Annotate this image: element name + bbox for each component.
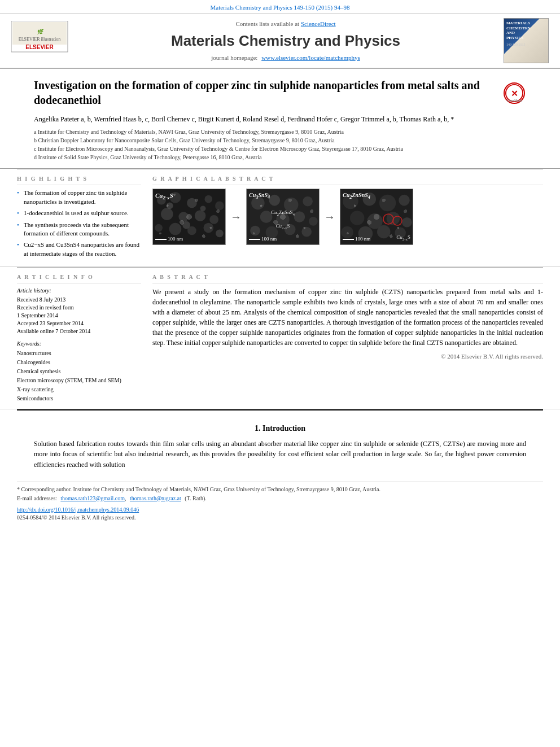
em-sublabel-3: Cu2-xS [396,234,410,243]
highlight-item-3: The synthesis proceeds via the subsequen… [17,221,141,238]
journal-name: Materials Chemistry and Physics [79,30,492,51]
article-info-abstract-section: A R T I C L E I N F O Article history: R… [0,268,560,409]
keywords-section: Keywords: Nanostructures Chalcogenides C… [17,340,141,403]
article-info-label: A R T I C L E I N F O [17,273,141,283]
highlight-item-2: 1-dodecanethiol is used as sulphur sourc… [17,209,141,217]
keywords-list: Nanostructures Chalcogenides Chemical sy… [17,349,141,403]
abstract-label: A B S T R A C T [152,273,543,283]
svg-text:ELSEVIER: ELSEVIER [25,44,54,50]
abstract-column: A B S T R A C T We present a study on th… [152,273,543,403]
crossmark-logo: ✕ CrossMark [504,82,526,105]
svg-text:CrossMark: CrossMark [506,99,522,103]
article-info-column: A R T I C L E I N F O Article history: R… [17,273,141,403]
journal-cover-area: MATERIALSCHEMISTRYANDPHYSICS 149-150 201… [492,18,549,63]
authors-line: Angelika Pateter a, b, Wernfried Haas b,… [34,114,495,124]
graphical-abstract-images: Cu2-xS 100 nm → [152,189,543,245]
graphical-abstract-column: G R A P H I C A L A B S T R A C T [152,175,543,261]
article-history-title: Article history: [17,287,141,295]
introduction-text: Solution based fabrication routes toward… [34,439,526,470]
em-scale-3: 100 nm [343,235,370,243]
em-sublabel-2a: Cu2ZnSnS4 [271,209,295,218]
journal-cover-image: MATERIALSCHEMISTRYANDPHYSICS 149-150 201… [504,18,549,63]
article-history: Article history: Received 8 July 2013 Re… [17,287,141,335]
graphical-abstract-label: G R A P H I C A L A B S T R A C T [152,175,543,185]
abstract-text: We present a study on the formation mech… [152,287,543,348]
revised-date: 1 September 2014 [17,312,141,320]
article-header: Investigation on the formation of copper… [0,69,560,169]
em-label-2: Cu3SnS4 [249,191,270,201]
introduction-heading: 1. Introduction [34,423,526,434]
doi-link[interactable]: http://dx.doi.org/10.1016/j.matchemphys.… [17,506,543,514]
em-image-1: Cu2-xS 100 nm [152,189,226,245]
affiliations: a Institute for Chemistry and Technology… [34,128,495,161]
svg-text:✕: ✕ [511,89,518,98]
keyword-5: X-ray scattering [17,385,141,394]
doi-section: http://dx.doi.org/10.1016/j.matchemphys.… [0,503,560,524]
journal-title-area: Contents lists available at ScienceDirec… [79,20,492,62]
sciencedirect-link: Contents lists available at ScienceDirec… [79,20,492,28]
affiliation-b: b Christian Doppler Laboratory for Nanoc… [34,136,495,145]
email-line: E-mail addresses: thomas.rath123@gmail.c… [17,495,543,503]
footnote-section: * Corresponding author. Institute for Ch… [17,482,543,503]
em-label-1: Cu2-xS [155,191,173,202]
keywords-title: Keywords: [17,340,141,348]
keyword-4: Electron microscopy (STEM, TEM and SEM) [17,376,141,385]
highlight-item-4: Cu2−xS and Cu3SnS4 nanoparticles are fou… [17,241,141,258]
journal-homepage-line: journal homepage: www.elsevier.com/locat… [79,54,492,62]
affiliation-d: d Institute of Solid State Physics, Graz… [34,153,495,161]
received-date: Received 8 July 2013 [17,296,141,304]
highlights-graphical-section: H I G H L I G H T S The formation of cop… [0,169,560,267]
em-sublabel-2b: Cu2-xS [276,222,290,231]
highlights-list: The formation of copper zinc tin sulphid… [17,189,141,258]
article-title: Investigation on the formation of copper… [34,78,495,107]
journal-volume-info: Materials Chemistry and Physics 149-150 … [211,4,350,11]
journal-banner: Materials Chemistry and Physics 149-150 … [0,0,560,14]
keyword-3: Chemical synthesis [17,367,141,376]
footnote-text: * Corresponding author. Institute for Ch… [17,486,543,493]
received-revised-label: Received in revised form [17,304,141,312]
arrow-2: → [324,209,335,225]
elsevier-logo-area: 🌿 ELSEVIER illustration ELSEVIER [11,21,79,60]
affiliation-c: c Institute for Electron Microscopy and … [34,145,495,153]
highlights-column: H I G H L I G H T S The formation of cop… [17,175,141,261]
copyright-line: © 2014 Elsevier B.V. All rights reserved… [152,352,543,361]
highlights-label: H I G H L I G H T S [17,175,141,185]
crossmark-icon: ✕ CrossMark [504,82,525,104]
sciencedirect-url[interactable]: ScienceDirect [301,20,336,27]
affiliation-a: a Institute for Chemistry and Technology… [34,128,495,136]
arrow-1: → [230,209,242,225]
available-date: Available online 7 October 2014 [17,327,141,335]
journal-header: 🌿 ELSEVIER illustration ELSEVIER Content… [0,14,560,69]
em-scale-2: 100 nm [249,235,277,243]
svg-text:ELSEVIER illustration: ELSEVIER illustration [19,37,60,42]
elsevier-logo: 🌿 ELSEVIER illustration ELSEVIER [11,21,73,58]
keyword-6: Semiconductors [17,394,141,403]
journal-homepage-url[interactable]: www.elsevier.com/locate/matchemphys [261,54,360,61]
keyword-2: Chalcogenides [17,358,141,367]
highlight-item-1: The formation of copper zinc tin sulphid… [17,189,141,206]
cover-info: 149-150 2015 [506,42,546,47]
keyword-1: Nanostructures [17,349,141,358]
svg-point-49 [383,214,393,224]
em-scale-1: 100 nm [155,235,183,243]
em-label-3: Cu2ZnSnS4 [343,191,370,201]
cover-title-text: MATERIALSCHEMISTRYANDPHYSICS [506,21,546,40]
svg-point-50 [393,216,402,225]
em-image-2: Cu3SnS4 Cu2ZnSnS4 Cu2-xS 100 nm [246,189,320,245]
email-link-1[interactable]: thomas.rath123@gmail.com [60,495,125,501]
red-circles-overlay [382,211,404,233]
main-content: 1. Introduction Solution based fabricati… [0,410,560,475]
accepted-date: Accepted 23 September 2014 [17,320,141,327]
issn-text: 0254-0584/© 2014 Elsevier B.V. All right… [17,514,543,522]
em-image-3: Cu2ZnSnS4 Cu2-xS 100 nm [340,189,413,245]
email-link-2[interactable]: thomas.rath@tugraz.at [130,495,181,501]
